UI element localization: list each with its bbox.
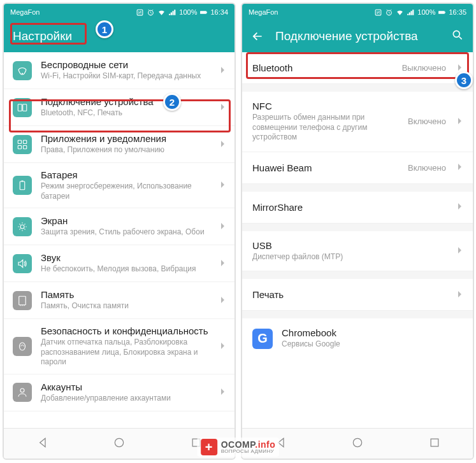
settings-item-security[interactable]: Безопасность и конфиденциальность Датчик… [4,319,234,374]
connection-list[interactable]: Bluetooth Выключено NFC Разрешить обмен … [242,52,473,428]
item-title: Chromebook [282,327,463,338]
battery-percent: 100% [179,8,197,16]
item-body: Приложения и уведомления Права, Приложен… [41,133,215,155]
chevron-right-icon [220,221,226,232]
search-button[interactable] [451,29,464,45]
spacer [242,271,473,279]
item-body: Печать [252,289,452,300]
settings-item-screen[interactable]: Экран Защита зрения, Стиль рабочего экра… [4,208,234,245]
chevron-right-icon [220,341,226,352]
signal-icon [168,8,177,17]
item-body: Bluetooth [252,62,402,73]
device-connection-icon [13,98,32,117]
svg-rect-22 [445,11,445,13]
svg-rect-3 [206,11,207,13]
item-title: Подключение устройства [41,96,215,107]
item-sub: Сервисы Google [282,339,463,350]
settings-item-sound[interactable]: Звук Не беспокоить, Мелодия вызова, Вибр… [4,245,234,282]
settings-item-apps[interactable]: Приложения и уведомления Права, Приложен… [4,126,234,163]
connection-header: Подключение устройства [242,20,473,52]
alarm-icon [147,8,155,17]
phone-left-settings: MegaFon 100% 16:34 Настройки Беспроводны… [3,3,236,460]
item-sub: Режим энергосбережения, Использование ба… [41,182,215,201]
settings-item-device-connection[interactable]: Подключение устройства Bluetooth, NFC, П… [4,89,234,126]
watermark: + OCOMP.info ВОПРОСЫ АДМИНУ [197,438,280,457]
item-sub: Добавление/управление аккаунтами [41,394,215,404]
settings-item-wireless[interactable]: Беспроводные сети Wi-Fi, Настройки SIM-к… [4,52,234,89]
svg-rect-9 [18,145,21,148]
header-title: Подключение устройства [275,29,440,43]
item-title: MirrorShare [252,202,452,213]
sound-icon [13,254,32,273]
connection-item-huawei-beam[interactable]: Huawei Beam Включено [242,152,473,184]
settings-list[interactable]: Беспроводные сети Wi-Fi, Настройки SIM-к… [4,52,234,428]
item-title: Bluetooth [252,62,402,73]
chevron-right-icon [220,139,226,150]
back-button[interactable] [251,30,264,43]
svg-point-24 [353,438,361,446]
nav-recent-button[interactable] [428,436,441,452]
wifi-icon [13,61,32,80]
item-sub: Диспетчер файлов (MTP) [252,252,452,262]
svg-rect-8 [24,140,27,143]
item-sub: Права, Приложения по умолчанию [41,145,215,155]
item-value: Выключено [402,63,446,73]
svg-point-13 [20,225,24,229]
item-sub: Защита зрения, Стиль рабочего экрана, Об… [41,227,215,238]
item-body: Беспроводные сети Wi-Fi, Настройки SIM-к… [41,59,215,82]
nav-home-button[interactable] [113,436,126,452]
svg-rect-2 [201,11,207,13]
connection-item-chromebook[interactable]: G Chromebook Сервисы Google [242,318,473,359]
nfc-icon [374,8,382,17]
phone-right-connection: MegaFon 100% 16:35 Подключение устройств… [241,3,474,460]
connection-item-usb[interactable]: USB Диспетчер файлов (MTP) [242,231,473,272]
battery-icon [13,176,32,195]
wifi-status-icon [396,8,404,17]
item-body: Память Память, Очистка памяти [41,289,215,311]
memory-icon [13,291,32,310]
battery-percent: 100% [417,8,435,16]
svg-rect-6 [23,104,27,111]
chevron-right-icon [220,295,226,306]
nav-back-button[interactable] [36,436,48,452]
item-body: Подключение устройства Bluetooth, NFC, П… [41,96,215,118]
nav-home-button[interactable] [351,436,364,452]
settings-item-accounts[interactable]: Аккаунты Добавление/управление аккаунтам… [4,374,234,411]
chevron-right-icon [458,62,463,74]
settings-header: Настройки [4,20,234,52]
watermark-text: OCOMP.info ВОПРОСЫ АДМИНУ [221,440,276,454]
item-body: MirrorShare [252,202,452,213]
chevron-right-icon [458,289,463,301]
item-title: USB [252,240,452,251]
item-sub: Не беспокоить, Мелодия вызова, Вибрация [41,264,215,274]
chevron-right-icon [220,102,226,113]
item-sub: Wi-Fi, Настройки SIM-карт, Передача данн… [41,71,215,82]
item-body: Аккаунты Добавление/управление аккаунтам… [41,381,215,404]
svg-rect-5 [18,104,22,111]
spacer [242,184,473,192]
connection-item-nfc[interactable]: NFC Разрешить обмен данными при совмещен… [242,92,473,152]
item-body: Экран Защита зрения, Стиль рабочего экра… [41,215,215,238]
item-title: Безопасность и конфиденциальность [41,325,215,336]
signal-icon [407,8,415,17]
svg-point-17 [115,438,123,446]
item-body: Звук Не беспокоить, Мелодия вызова, Вибр… [41,252,215,274]
svg-point-23 [453,31,459,37]
settings-item-memory[interactable]: Память Память, Очистка памяти [4,282,234,319]
wifi-status-icon [157,8,166,17]
svg-rect-11 [20,182,25,190]
item-body: Безопасность и конфиденциальность Датчик… [41,325,215,367]
connection-item-bluetooth[interactable]: Bluetooth Выключено [242,52,473,84]
watermark-bottom: ВОПРОСЫ АДМИНУ [221,449,276,454]
chevron-right-icon [220,387,226,398]
item-body: USB Диспетчер файлов (MTP) [252,240,452,262]
watermark-plus-icon: + [201,439,217,455]
item-title: Huawei Beam [252,162,408,173]
connection-item-mirrorshare[interactable]: MirrorShare [242,192,473,224]
chevron-right-icon [458,116,463,127]
item-title: Память [41,289,215,300]
item-value: Включено [408,163,446,173]
connection-item-print[interactable]: Печать [242,279,473,311]
settings-item-battery[interactable]: Батарея Режим энергосбережения, Использо… [4,163,234,208]
item-title: Приложения и уведомления [41,133,215,144]
